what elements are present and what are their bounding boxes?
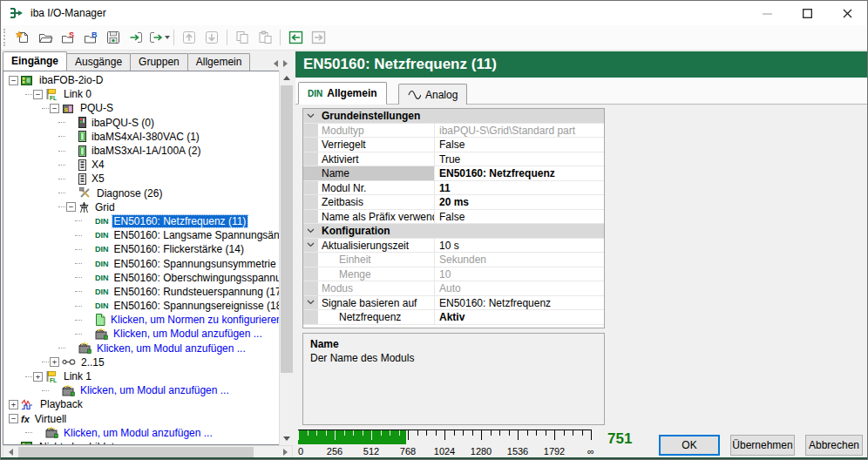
maximize-button[interactable] xyxy=(787,1,827,25)
tree-item[interactable]: X5 xyxy=(3,172,292,186)
horizontal-scroll-thumb[interactable] xyxy=(18,447,254,457)
tree-item[interactable]: ibaMS3xAI-1A/100A (2) xyxy=(3,144,292,158)
property-row[interactable]: ModultypibaPQU-S\Grid\Standard part xyxy=(303,124,604,139)
property-row[interactable]: Aktualisierungszeit10 s xyxy=(303,239,604,254)
property-value[interactable]: True xyxy=(435,152,604,166)
open-project-s-button[interactable]: S xyxy=(57,27,79,48)
tab-allgemein[interactable]: DINAllgemein xyxy=(298,82,387,105)
collapse-toggle-icon[interactable]: − xyxy=(9,76,18,85)
tab-scroll-right-icon[interactable] xyxy=(283,60,288,67)
property-category-row[interactable]: Grundeinstellungen xyxy=(303,109,604,124)
category-collapse-icon[interactable] xyxy=(303,224,318,238)
property-row[interactable]: Menge10 xyxy=(303,267,604,282)
tab-eingänge[interactable]: Eingänge xyxy=(3,51,67,71)
minimize-button[interactable] xyxy=(747,1,787,25)
property-value[interactable]: Auto xyxy=(435,281,604,295)
tree-item[interactable]: X4 xyxy=(3,158,292,172)
scroll-down-arrow-icon[interactable] xyxy=(280,431,294,445)
tree-item[interactable]: ibaMS4xAI-380VAC (1) xyxy=(3,130,292,144)
property-value[interactable]: ibaPQU-S\Grid\Standard part xyxy=(435,124,604,138)
tab-scroll-left-icon[interactable] xyxy=(274,60,278,67)
tree-item[interactable]: DINEN50160: Spannungsereignisse (18) xyxy=(3,299,292,313)
tree-item[interactable]: DINEN50160: Oberschwingungsspannung (16) xyxy=(3,271,292,285)
property-row[interactable]: Modul Nr.11 xyxy=(303,181,604,196)
collapse-toggle-icon[interactable]: − xyxy=(33,90,43,99)
property-value[interactable]: 10 s xyxy=(435,239,604,253)
tree-item[interactable]: −ibaFOB-2io-D xyxy=(3,73,292,87)
tree-item[interactable]: DINEN50160: Spannungsunsymmetrie (15) xyxy=(3,256,292,270)
property-value[interactable]: False xyxy=(435,210,604,224)
tree-item[interactable]: −Grid xyxy=(3,200,292,214)
property-row[interactable]: VerriegeltFalse xyxy=(303,138,604,152)
scroll-right-arrow-icon[interactable] xyxy=(278,446,292,458)
save-button[interactable] xyxy=(102,27,125,48)
open-file-button[interactable] xyxy=(34,27,57,48)
tree-item[interactable]: ibaPQU-S (0) xyxy=(3,116,292,130)
tree-guide-line xyxy=(75,263,82,264)
property-value[interactable]: Aktiv xyxy=(435,310,604,324)
collapse-toggle-icon[interactable]: − xyxy=(9,414,18,423)
tab-allgemein[interactable]: Allgemein xyxy=(187,53,251,71)
tree-item[interactable]: DINEN50160: Flickerstärke (14) xyxy=(3,242,292,256)
tree-item[interactable]: +2..15 xyxy=(3,355,292,369)
tree-item[interactable]: Klicken, um Modul anzufügen ... xyxy=(3,426,292,440)
export-button[interactable] xyxy=(147,27,170,48)
property-value[interactable]: 10 xyxy=(435,267,604,281)
toolbar-grip[interactable] xyxy=(3,29,8,46)
expand-toggle-icon[interactable]: + xyxy=(50,357,59,367)
tree-item[interactable]: Klicken, um Modul anzufügen ... xyxy=(3,383,292,397)
property-collapse-icon[interactable] xyxy=(303,296,318,310)
property-row[interactable]: Name als Präfix verwendenFalse xyxy=(303,210,604,225)
expand-toggle-icon[interactable]: + xyxy=(9,400,18,409)
tree-item[interactable]: Klicken, um Modul anzufügen ... xyxy=(3,327,292,341)
tree-item[interactable]: Klicken, um Modul anzufügen ... xyxy=(3,342,292,355)
property-value[interactable]: EN50160: Netzfrequenz xyxy=(435,166,604,180)
scroll-left-arrow-icon[interactable] xyxy=(3,446,17,458)
tree-vertical-scrollbar[interactable] xyxy=(279,71,293,445)
tree-item[interactable]: −fxVirtuell xyxy=(3,412,292,426)
tree-item[interactable]: +FLLink 1 xyxy=(3,369,292,383)
ok-button[interactable]: OK xyxy=(659,435,720,456)
property-value[interactable]: EN50160: Netzfrequenz xyxy=(435,296,604,310)
property-row[interactable]: Zeitbasis20 ms xyxy=(303,195,604,210)
expand-toggle-icon[interactable]: + xyxy=(33,372,43,382)
property-row[interactable]: NameEN50160: Netzfrequenz xyxy=(303,166,604,181)
nav-back-button[interactable] xyxy=(284,27,307,48)
property-row[interactable]: Signale basieren aufEN50160: Netzfrequen… xyxy=(303,296,604,311)
dropdown-caret-icon[interactable] xyxy=(165,36,170,39)
property-value[interactable]: False xyxy=(435,138,604,152)
tree-item[interactable]: DINEN50160: Netzfrequenz (11) xyxy=(3,214,292,228)
open-project-b-button[interactable]: B xyxy=(79,27,102,48)
cancel-button[interactable]: Abbrechen xyxy=(805,435,863,456)
window-controls xyxy=(747,1,867,25)
property-value[interactable]: Sekunden xyxy=(435,253,604,267)
tree-item[interactable]: DINEN50160: Rundsteuerspannung (17) xyxy=(3,285,292,299)
import-button[interactable] xyxy=(125,27,147,48)
property-value[interactable]: 11 xyxy=(435,181,604,195)
signal-usage-gauge: 02565127681024128015361792∞ xyxy=(298,430,599,457)
tree-item[interactable]: −FLLink 0 xyxy=(3,87,292,101)
scroll-up-arrow-icon[interactable] xyxy=(280,71,294,85)
property-row[interactable]: AktiviertTrue xyxy=(303,152,604,167)
tree-item[interactable]: DINEN50160: Langsame Spannungsänderun xyxy=(3,228,292,242)
property-row[interactable]: NetzfrequenzAktiv xyxy=(303,310,604,325)
vertical-scroll-thumb[interactable] xyxy=(281,85,293,373)
tab-ausgänge[interactable]: Ausgänge xyxy=(66,53,131,71)
property-category-row[interactable]: Konfiguration xyxy=(303,224,604,239)
tab-analog[interactable]: Analog xyxy=(398,84,467,105)
collapse-toggle-icon[interactable]: − xyxy=(50,104,59,113)
property-row[interactable]: EinheitSekunden xyxy=(303,253,604,267)
tree-item[interactable]: Klicken, um Normen zu konfigurieren ... xyxy=(3,313,292,327)
property-row[interactable]: ModusAuto xyxy=(303,281,604,296)
tree-item[interactable]: Diagnose (26) xyxy=(3,186,292,200)
property-value[interactable]: 20 ms xyxy=(435,195,604,209)
close-button[interactable] xyxy=(827,1,867,25)
category-collapse-icon[interactable] xyxy=(303,109,318,123)
tab-gruppen[interactable]: Gruppen xyxy=(130,53,188,71)
property-collapse-icon[interactable] xyxy=(303,239,318,253)
tree-item[interactable]: −sPQU-S xyxy=(3,101,292,115)
apply-button[interactable]: Übernehmen xyxy=(730,435,795,456)
tree-item[interactable]: +Playback xyxy=(3,397,292,411)
new-configuration-button[interactable] xyxy=(11,27,34,48)
collapse-toggle-icon[interactable]: − xyxy=(66,202,76,212)
